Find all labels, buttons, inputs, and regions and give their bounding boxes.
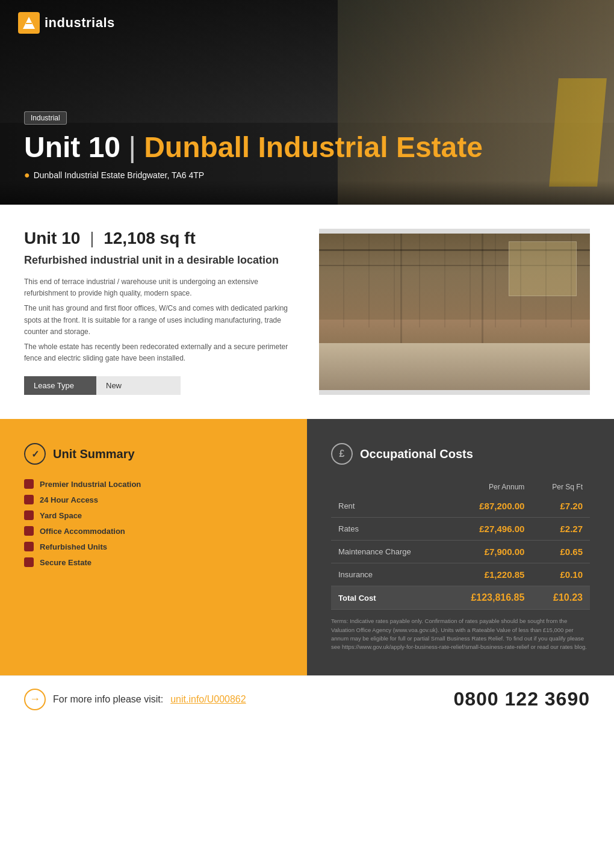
feature-dot [24,479,34,489]
cost-label: Insurance [331,563,444,586]
costs-row: Rates£27,496.00£2.27 [331,518,590,541]
feature-label: 24 Hour Access [40,495,98,504]
costs-table: Per Annum Per Sq Ft Rent£87,200.00£7.20R… [331,479,590,610]
footer-left: → For more info please visit: unit.info/… [24,689,246,710]
footer-phone: 0800 122 3690 [453,688,590,710]
arrow-icon: → [24,689,46,710]
cost-per-sqft: £10.23 [532,586,590,610]
unit-description: This end of terrace industrial / warehou… [24,276,295,364]
hero-address: ● Dunball Industrial Estate Bridgwater, … [24,170,590,181]
occ-costs-title: Occupational Costs [360,447,473,461]
occ-costs-header: £ Occupational Costs [331,443,590,465]
unit-heading: Unit 10 | 12,108 sq ft [24,229,295,248]
occupational-costs-column: £ Occupational Costs Per Annum Per Sq Ft… [307,419,614,675]
desc-p2: The unit has ground and first floor offi… [24,303,295,338]
feature-item: Premier Industrial Location [24,479,283,489]
feature-label: Secure Estate [40,558,91,567]
col-header-label [331,479,444,495]
cost-label: Maintenance Charge [331,541,444,563]
unit-summary-column: ✓ Unit Summary Premier Industrial Locati… [0,419,307,675]
footer: → For more info please visit: unit.info/… [0,675,614,722]
feature-item: Secure Estate [24,557,283,567]
feature-label: Premier Industrial Location [40,480,141,489]
feature-list: Premier Industrial Location24 Hour Acces… [24,479,283,567]
cost-per-annum: £123,816.85 [444,586,532,610]
desc-p1: This end of terrace industrial / warehou… [24,276,295,299]
cost-per-annum: £27,496.00 [444,518,532,541]
cost-per-annum: £1,220.85 [444,563,532,586]
unit-heading-unit: Unit 10 [24,229,80,247]
costs-row: Maintenance Charge£7,900.00£0.65 [331,541,590,563]
feature-dot [24,495,34,504]
unit-heading-sep: | [90,229,99,247]
hero-title: Unit 10 | Dunball Industrial Estate [24,131,590,164]
feature-item: Refurbished Units [24,542,283,551]
cost-per-annum: £87,200.00 [444,495,532,518]
pin-icon: ● [24,170,30,181]
unit-info-left: Unit 10 | 12,108 sq ft Refurbished indus… [24,229,295,395]
costs-row: Total Cost£123,816.85£10.23 [331,586,590,610]
desc-p3: The whole estate has recently been redec… [24,341,295,364]
hero-badge: Industrial [24,111,67,125]
svg-rect-1 [26,23,32,24]
lease-type-label: Lease Type [24,376,96,395]
unit-photo-placeholder [319,234,590,390]
unit-summary-title: Unit Summary [53,447,135,461]
cost-label: Rent [331,495,444,518]
feature-label: Refurbished Units [40,542,107,551]
hero-title-estate: Dunball Industrial Estate [144,131,483,163]
feature-dot [24,526,34,536]
feature-label: Office Accommodation [40,527,125,536]
cost-label: Rates [331,518,444,541]
pound-icon: £ [331,443,353,465]
cost-per-sqft: £7.20 [532,495,590,518]
hero-content: Industrial Unit 10 | Dunball Industrial … [24,111,590,181]
unit-info-row: Unit 10 | 12,108 sq ft Refurbished indus… [24,229,590,395]
feature-label: Yard Space [40,511,82,520]
unit-photo [319,229,590,395]
unit-subtitle: Refurbished industrial unit in a desirab… [24,254,295,267]
costs-row: Rent£87,200.00£7.20 [331,495,590,518]
main-content: Unit 10 | 12,108 sq ft Refurbished indus… [0,205,614,395]
hero-title-unit: Unit 10 [24,131,120,163]
feature-dot [24,510,34,520]
cost-per-annum: £7,900.00 [444,541,532,563]
cost-per-sqft: £2.27 [532,518,590,541]
logo: industrials [18,12,115,34]
check-icon: ✓ [24,443,46,465]
feature-item: Office Accommodation [24,526,283,536]
unit-heading-size: 12,108 sq ft [104,229,196,247]
cost-per-sqft: £0.65 [532,541,590,563]
hero-section: industrials Industrial Unit 10 | Dunball… [0,0,614,205]
lease-row: Lease Type New [24,376,295,395]
col-header-per-sqft: Per Sq Ft [532,479,590,495]
unit-summary-header: ✓ Unit Summary [24,443,283,465]
footer-link[interactable]: unit.info/U000862 [170,694,246,705]
logo-icon [18,12,40,34]
feature-dot [24,557,34,567]
cost-label: Total Cost [331,586,444,610]
feature-item: Yard Space [24,510,283,520]
bottom-section: ✓ Unit Summary Premier Industrial Locati… [0,419,614,675]
costs-row: Insurance£1,220.85£0.10 [331,563,590,586]
feature-dot [24,542,34,551]
feature-item: 24 Hour Access [24,495,283,504]
hero-address-text: Dunball Industrial Estate Bridgwater, TA… [34,170,205,180]
col-header-per-annum: Per Annum [444,479,532,495]
logo-text: industrials [45,15,115,31]
footer-info-text: For more info please visit: [53,694,163,705]
costs-terms: Terms: Indicative rates payable only. Co… [331,617,590,651]
cost-per-sqft: £0.10 [532,563,590,586]
lease-type-value: New [96,376,181,395]
